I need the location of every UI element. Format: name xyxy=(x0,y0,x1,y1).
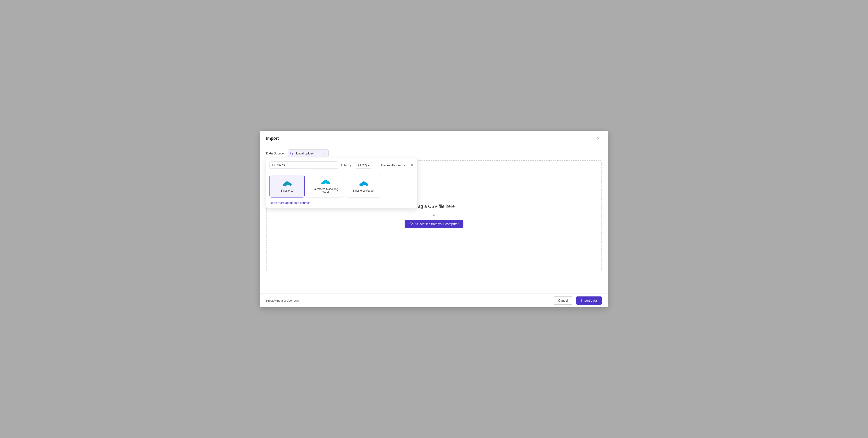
svg-point-17 xyxy=(359,184,362,186)
modal-title: Import xyxy=(266,136,279,141)
close-button[interactable]: × xyxy=(595,135,602,142)
datasource-select-label: Local upload xyxy=(296,151,322,155)
svg-line-2 xyxy=(274,166,275,167)
filter-select[interactable]: All (47) ▾ xyxy=(355,162,372,169)
datasource-dropdown: Filter by: All (47) ▾ ↓ Frequently used … xyxy=(266,158,418,208)
connector-card-salesforce[interactable]: Salesforce xyxy=(270,175,305,198)
select-files-button[interactable]: Select files from your computer xyxy=(405,220,464,228)
connector-name-salesforce-mc: Salesforce Marketing Cloud xyxy=(311,187,340,194)
svg-point-12 xyxy=(321,182,324,184)
or-text: or xyxy=(433,213,435,216)
search-icon xyxy=(272,164,275,167)
search-box xyxy=(270,162,338,169)
freq-used-label: Frequently used xyxy=(381,164,402,167)
drag-text: Drag a CSV file here xyxy=(413,204,455,209)
filter-value: All (47) xyxy=(358,164,367,167)
frequently-used-button[interactable]: Frequently used ▾ xyxy=(379,163,407,168)
dropdown-search-row: Filter by: All (47) ▾ ↓ Frequently used … xyxy=(266,158,417,171)
learn-more-link[interactable]: Learn more about data sources xyxy=(266,200,417,205)
salesforce-mc-logo xyxy=(321,178,330,186)
svg-point-16 xyxy=(366,184,368,186)
modal-footer: Previewing first 100 rows Cancel Import … xyxy=(260,293,608,307)
modal-overlay[interactable]: Import × Data Source: Local upload ▾ xyxy=(0,0,868,438)
footer-actions: Cancel Import data xyxy=(553,296,602,304)
connector-card-salesforce-pardot[interactable]: Salesforce Pardot xyxy=(346,175,381,198)
sort-icon[interactable]: ↓ xyxy=(375,163,376,167)
connector-name-salesforce: Salesforce xyxy=(281,189,293,192)
modal-header: Import × xyxy=(260,131,608,145)
salesforce-pardot-logo xyxy=(359,180,368,187)
svg-point-1 xyxy=(273,164,275,166)
datasource-chevron: ▾ xyxy=(324,152,326,155)
select-files-label: Select files from your computer xyxy=(415,222,459,226)
filter-label: Filter by: xyxy=(341,164,352,167)
datasource-label: Data Source: xyxy=(266,151,285,155)
upload-cloud-icon xyxy=(290,151,294,155)
salesforce-logo xyxy=(283,180,292,187)
connector-name-salesforce-pardot: Salesforce Pardot xyxy=(353,189,374,192)
connector-card-salesforce-mc[interactable]: Salesforce Marketing Cloud xyxy=(308,175,343,198)
filter-chevron: ▾ xyxy=(368,164,370,167)
import-button[interactable]: Import data xyxy=(576,296,602,304)
modal-body: Data Source: Local upload ▾ xyxy=(260,145,608,293)
close-filter-button[interactable]: × xyxy=(409,163,414,168)
datasource-select[interactable]: Local upload ▾ xyxy=(288,149,329,157)
search-input[interactable] xyxy=(277,163,336,167)
svg-point-11 xyxy=(328,182,330,184)
freq-used-chevron: ▾ xyxy=(403,164,405,167)
datasource-row: Data Source: Local upload ▾ xyxy=(260,145,608,160)
upload-icon xyxy=(409,222,413,226)
previewing-text: Previewing first 100 rows xyxy=(266,299,299,302)
svg-point-7 xyxy=(283,184,285,186)
cancel-button[interactable]: Cancel xyxy=(553,296,574,304)
import-modal: Import × Data Source: Local upload ▾ xyxy=(260,131,608,307)
connector-grid: Salesforce xyxy=(266,171,417,200)
svg-point-6 xyxy=(289,184,292,186)
